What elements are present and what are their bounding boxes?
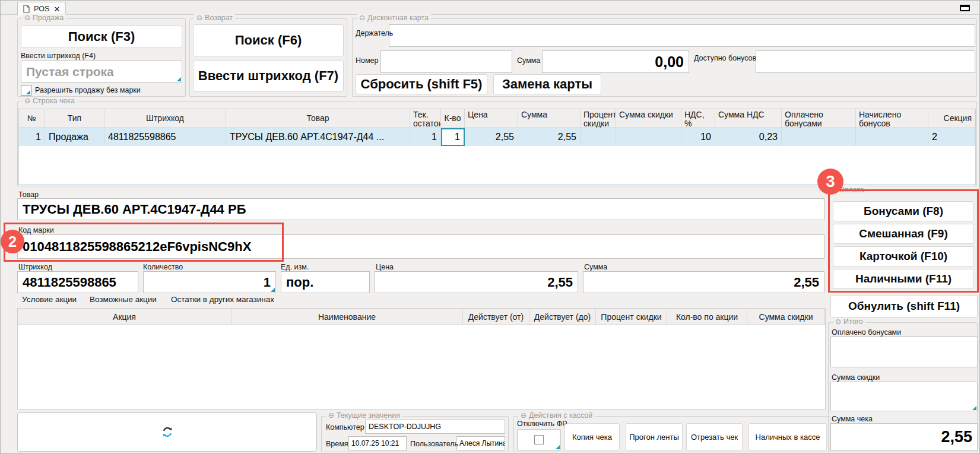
resize-corner-icon [26, 90, 30, 94]
col-header[interactable]: Наименование [231, 309, 463, 325]
resize-corner-icon [556, 445, 560, 449]
pay-cash-button[interactable]: Наличными (F11) [833, 269, 974, 289]
sale-barcode-input[interactable]: Пустая строка [21, 61, 182, 82]
barcode-input[interactable]: 4811825598865 [17, 271, 138, 293]
cell-sum[interactable]: 2,55 [518, 128, 581, 146]
collapse-icon[interactable]: ⊖ [24, 14, 30, 22]
card-number-input[interactable] [380, 50, 512, 73]
cell-number[interactable]: 1 [19, 128, 45, 146]
restore-icon[interactable] [960, 5, 970, 11]
collapse-icon[interactable]: ⊖ [24, 97, 30, 105]
sale-group-title: Продажа [33, 14, 64, 22]
col-header[interactable]: Сумма скидки [747, 309, 825, 325]
cell-barcode[interactable]: 4811825598865 [104, 128, 226, 146]
receipt-copy-button[interactable]: Копия чека [564, 423, 620, 450]
pay-bonus-button[interactable]: Бонусами (F8) [833, 201, 974, 221]
cell-quantity[interactable]: 1 [441, 128, 465, 146]
col-header[interactable]: Штрихкод [104, 109, 226, 128]
collapse-icon[interactable]: ⊖ [835, 318, 841, 326]
receipt-table-row[interactable]: 1 Продажа 4811825598865 ТРУСЫ ДЕВ.60 АРТ… [19, 128, 975, 146]
close-icon[interactable]: ✕ [53, 5, 60, 13]
tab-other-stores-stock[interactable]: Остатки в других магазинах [171, 295, 274, 308]
cell-vat-pct[interactable]: 10 [681, 128, 715, 146]
col-header[interactable]: № [19, 109, 45, 128]
receipt-table-header: № Тип Штрихкод Товар Тек. остаток К-во Ц… [19, 109, 975, 128]
total-discount-input[interactable] [830, 382, 978, 411]
col-header[interactable]: Цена [465, 109, 518, 128]
quantity-label: Количество [143, 263, 183, 271]
disable-fr-checkbox[interactable] [534, 435, 544, 445]
col-header[interactable]: К-во [441, 109, 465, 128]
document-icon [23, 5, 30, 13]
collapse-icon[interactable]: ⊖ [196, 14, 202, 22]
sale-barcode-label: Ввести штрихкод (F4) [21, 52, 96, 60]
receipt-line-group-title: Строка чека [33, 97, 75, 105]
refund-barcode-button[interactable]: Ввести штрихкод (F7) [193, 60, 344, 92]
pay-mixed-button[interactable]: Смешанная (F9) [833, 224, 974, 244]
tape-feed-button[interactable]: Прогон ленты [626, 423, 683, 450]
col-header[interactable]: НДС, % [681, 109, 715, 128]
cell-section[interactable]: 2 [928, 128, 975, 146]
col-header[interactable]: Действует (до) [529, 309, 596, 325]
refresh-icon[interactable] [161, 426, 174, 439]
line-sum-input[interactable]: 2,55 [583, 271, 824, 293]
card-amount-input[interactable]: 0,00 [542, 50, 689, 73]
col-header[interactable]: Действует (от) [463, 309, 529, 325]
available-bonus-input[interactable] [756, 50, 975, 73]
disable-fr-panel [517, 429, 561, 450]
cell-vat-sum[interactable]: 0,23 [715, 128, 782, 146]
cell-price[interactable]: 2,55 [465, 128, 518, 146]
cell-product[interactable]: ТРУСЫ ДЕВ.60 АРТ.4С1947-Д44 ... [226, 128, 410, 146]
col-header[interactable]: Начислено бонусов [856, 109, 928, 128]
refund-search-button[interactable]: Поиск (F6) [193, 24, 344, 56]
cell-discount-sum[interactable] [616, 128, 681, 146]
cut-receipt-button[interactable]: Отрезать чек [686, 423, 743, 450]
price-input[interactable]: 2,55 [375, 271, 578, 293]
product-label: Товар [18, 191, 39, 199]
col-header[interactable]: Процент скидки [596, 309, 667, 325]
product-input[interactable]: ТРУСЫ ДЕВ.60 АРТ.4С1947-Д44 РБ [17, 198, 824, 220]
pay-reset-button[interactable]: Обнулить (shift F11) [830, 295, 978, 318]
col-header[interactable]: Сумма скидки [616, 109, 681, 128]
allow-no-mark-label: Разрешить продажу без марки [35, 86, 141, 94]
collapse-icon[interactable]: ⊖ [328, 411, 334, 420]
cell-accrued-bonus[interactable] [856, 128, 928, 146]
col-header[interactable]: Тип [45, 109, 104, 128]
cash-actions-group-title: Действия с кассой [529, 411, 592, 420]
line-sum-label: Сумма [584, 263, 607, 271]
pay-card-button[interactable]: Карточкой (F10) [833, 246, 974, 266]
holder-input[interactable] [389, 24, 975, 47]
mark-code-input[interactable]: 0104811825598865212eF6vpisNC9hX [17, 234, 824, 259]
cell-discount-pct[interactable] [581, 128, 616, 146]
col-header[interactable]: Кол-во по акции [667, 309, 747, 325]
col-header[interactable]: Сумма НДС [715, 109, 782, 128]
collapse-icon[interactable]: ⊖ [521, 411, 527, 420]
unit-input[interactable]: пор. [281, 271, 370, 293]
cell-type[interactable]: Продажа [45, 128, 104, 146]
quantity-input[interactable]: 1 [143, 271, 276, 293]
col-header[interactable]: Процент скидки [581, 109, 616, 128]
computer-input[interactable]: DESKTOP-DDJUJHG [365, 420, 505, 434]
sale-search-button[interactable]: Поиск (F3) [21, 26, 182, 48]
card-reset-button[interactable]: Сбросить (shift F5) [356, 74, 487, 94]
col-header[interactable]: Оплачено бонусами [782, 109, 856, 128]
cell-paid-bonus[interactable] [782, 128, 856, 146]
card-replace-button[interactable]: Замена карты [493, 74, 601, 94]
col-header[interactable]: Акция [18, 309, 231, 325]
col-header[interactable]: Сумма [518, 109, 581, 128]
col-header[interactable]: Секция [928, 109, 975, 128]
col-header[interactable]: Товар [226, 109, 410, 128]
tab-promo-conditions[interactable]: Условие акции [22, 295, 77, 308]
tab-possible-promos[interactable]: Возможные акции [90, 295, 157, 308]
user-input[interactable]: Алеся Лытина [456, 436, 505, 450]
time-input[interactable]: 10.07.25 10:21 [348, 436, 407, 450]
allow-no-mark-checkbox[interactable] [21, 85, 31, 96]
cell-stock[interactable]: 1 [410, 128, 441, 146]
receipt-sum-input[interactable]: 2,55 [830, 423, 978, 450]
pos-window: POS ✕ ⊖Продажа Поиск (F3) Ввести штрихко… [0, 0, 980, 454]
cash-in-register-button[interactable]: Наличных в кассе [749, 423, 827, 450]
collapse-icon[interactable]: ⊖ [359, 14, 365, 22]
col-header[interactable]: Тек. остаток [410, 109, 441, 128]
refresh-panel[interactable] [17, 412, 317, 452]
total-bonus-input[interactable] [830, 336, 978, 367]
